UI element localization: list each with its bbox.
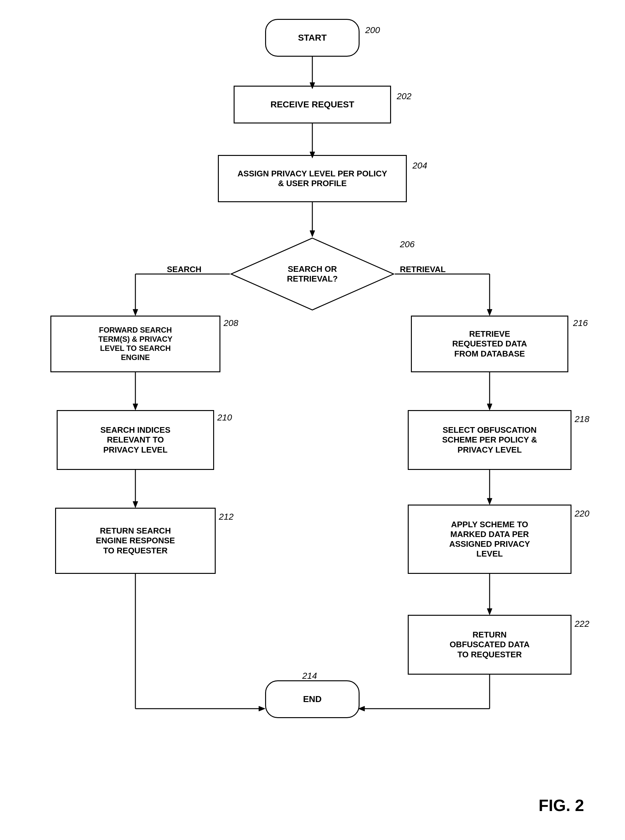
start-ref: 200 — [365, 25, 380, 35]
search-indices-node: SEARCH INDICESRELEVANT TOPRIVACY LEVEL — [57, 410, 214, 470]
end-node: END — [265, 680, 359, 718]
svg-marker-15 — [133, 501, 138, 508]
search-label: SEARCH — [167, 264, 202, 274]
n222-ref: 222 — [575, 619, 589, 629]
svg-marker-13 — [133, 404, 138, 410]
forward-search-node: FORWARD SEARCHTERM(S) & PRIVACYLEVEL TO … — [50, 316, 221, 372]
return-obfuscated-node: RETURNOBFUSCATED DATATO REQUESTER — [408, 615, 572, 675]
n220-ref: 220 — [575, 509, 589, 519]
apply-scheme-node: APPLY SCHEME TOMARKED DATA PERASSIGNED P… — [408, 504, 572, 574]
retrieve-data-node: RETRIEVEREQUESTED DATAFROM DATABASE — [411, 316, 568, 372]
n204-ref: 204 — [412, 161, 427, 171]
retrieval-label: RETRIEVAL — [400, 264, 446, 274]
n216-ref: 216 — [573, 318, 588, 328]
svg-marker-8 — [133, 309, 138, 316]
figure-label: FIG. 2 — [539, 796, 584, 815]
receive-request-node: RECEIVE REQUEST — [234, 86, 391, 123]
n218-ref: 218 — [575, 414, 589, 424]
n208-ref: 208 — [224, 318, 238, 328]
select-obfuscation-node: SELECT OBFUSCATIONSCHEME PER POLICY &PRI… — [408, 410, 572, 470]
search-or-retrieval-diamond: SEARCH ORRETRIEVAL? — [230, 237, 395, 311]
n214-ref: 214 — [302, 671, 317, 681]
n212-ref: 212 — [219, 512, 234, 522]
svg-marker-22 — [487, 498, 492, 504]
n210-ref: 210 — [217, 412, 232, 423]
n202-ref: 202 — [397, 91, 412, 101]
svg-marker-18 — [259, 706, 265, 711]
start-node: START — [265, 19, 359, 57]
svg-marker-24 — [487, 608, 492, 615]
svg-marker-5 — [310, 230, 315, 237]
svg-marker-11 — [487, 309, 492, 316]
flowchart-diagram: START 200 RECEIVE REQUEST 202 ASSIGN PRI… — [0, 0, 625, 840]
svg-marker-20 — [487, 404, 492, 410]
n206-ref: 206 — [400, 240, 415, 249]
assign-privacy-node: ASSIGN PRIVACY LEVEL PER POLICY& USER PR… — [218, 155, 407, 202]
return-search-node: RETURN SEARCHENGINE RESPONSETO REQUESTER — [55, 508, 216, 574]
